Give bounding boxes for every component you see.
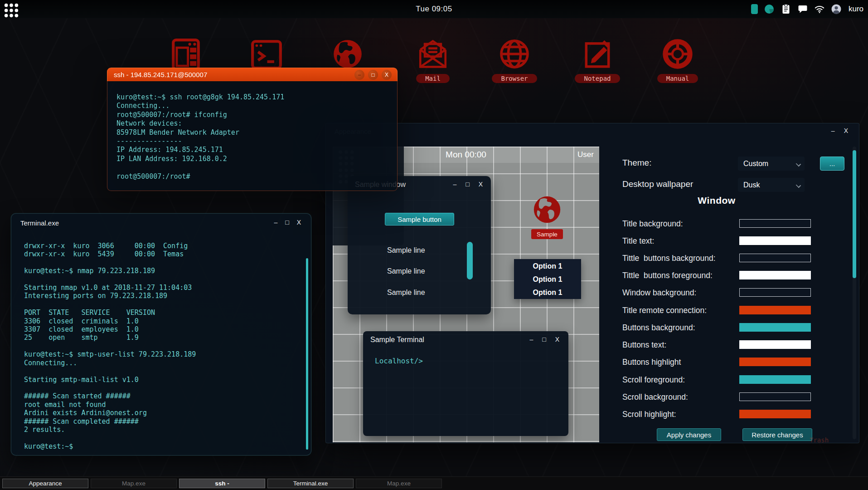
ssh-terminal-body: kuro@test:~$ ssh root@g8gk 194.85.245.17… xyxy=(107,81,398,191)
preview-sample-window: Sample window – □ X Sample button Sample… xyxy=(348,176,491,314)
mail-icon xyxy=(416,37,450,71)
lifebuoy-icon xyxy=(661,37,694,71)
option-item: Option 1 xyxy=(514,260,581,272)
setting-label: Buttons text: xyxy=(622,336,666,353)
setting-row-title-buttons-background: Tittle buttons background: xyxy=(622,250,822,267)
color-swatch[interactable] xyxy=(739,410,811,418)
sample-button: Sample button xyxy=(385,213,454,225)
setting-row-buttons-text: Buttons text: xyxy=(622,336,822,353)
appearance-window: Appearance – X Mon 00:00 User Sample Sam… xyxy=(325,123,859,443)
minimize-button[interactable]: – xyxy=(354,70,364,80)
option-item: Option 1 xyxy=(514,273,581,285)
setting-label: Tittle buttons foreground: xyxy=(622,267,713,284)
taskbar-item-map[interactable]: Map.exe xyxy=(91,479,177,488)
desktop-icon-earth[interactable] xyxy=(320,37,375,71)
taskbar-item-map-2[interactable]: Map.exe xyxy=(356,479,442,488)
desktop-icon-trash-label: Trash xyxy=(810,436,829,444)
top-bar: Tue 09:05 kuro xyxy=(0,0,868,18)
desktop-icon-map[interactable] xyxy=(159,37,213,71)
scrollbar-thumb[interactable] xyxy=(853,150,856,278)
close-button: X xyxy=(479,181,483,187)
maximize-button[interactable]: □ xyxy=(285,219,289,225)
setting-label: Scroll foreground: xyxy=(622,371,685,388)
setting-row-scroll-background: Scroll background: xyxy=(622,388,822,406)
wallpaper-dropdown[interactable]: Dusk xyxy=(738,178,805,192)
desktop-icon-label: Mail xyxy=(416,74,450,83)
chevron-down-icon xyxy=(796,183,801,188)
window-controls: – X xyxy=(831,127,848,134)
preview-sample-icon-label: Sample xyxy=(531,229,563,239)
desktop-icon-notepad[interactable]: Notepad xyxy=(570,37,625,83)
close-button[interactable]: X xyxy=(297,219,301,225)
setting-label: Title background: xyxy=(622,215,683,232)
earth-icon xyxy=(531,194,563,225)
preview-username: User xyxy=(577,150,594,159)
color-swatch[interactable] xyxy=(739,358,811,366)
theme-value: Custom xyxy=(743,160,768,168)
setting-label: Buttons highlight xyxy=(622,353,681,371)
desktop-icon-mail[interactable]: Mail xyxy=(406,37,460,83)
username: kuro xyxy=(849,5,863,14)
wifi-icon[interactable] xyxy=(814,4,825,15)
color-swatch[interactable] xyxy=(739,392,811,401)
setting-label: Buttons background: xyxy=(622,319,695,336)
setting-label: Tittle buttons background: xyxy=(622,250,716,267)
sample-terminal-prompt: Localhost/> xyxy=(375,357,423,365)
notepad-pencil-icon xyxy=(581,37,614,71)
sample-line: Sample line xyxy=(387,289,425,297)
chevron-down-icon xyxy=(796,162,801,167)
color-swatch[interactable] xyxy=(739,254,811,262)
battery-icon[interactable] xyxy=(751,4,758,14)
color-swatch[interactable] xyxy=(739,306,811,314)
theme-label: Theme: xyxy=(622,158,651,168)
color-swatch[interactable] xyxy=(739,236,811,245)
taskbar: Appearance Map.exe ssh - Terminal.exe Ma… xyxy=(0,476,868,490)
chat-icon[interactable] xyxy=(797,4,808,15)
scrollbar-thumb[interactable] xyxy=(306,258,308,450)
color-swatch[interactable] xyxy=(739,271,811,279)
minimize-button: – xyxy=(529,336,533,343)
sample-scrollbar-thumb xyxy=(467,242,473,279)
window-controls: – □ X xyxy=(274,219,301,225)
taskbar-item-ssh[interactable]: ssh - xyxy=(179,479,265,488)
terminal-window: Terminal.exe – □ X drwxr-xr-x kuro 3066 … xyxy=(11,213,311,456)
color-swatch[interactable] xyxy=(739,375,811,384)
maximize-button: □ xyxy=(466,181,469,187)
setting-row-window-background: Window background: xyxy=(622,284,822,301)
minimize-button[interactable]: – xyxy=(274,219,277,225)
desktop-icon-label: Notepad xyxy=(575,74,620,83)
apply-changes-button[interactable]: Apply changes xyxy=(657,428,721,441)
terminal-output: drwxr-xr-x kuro 3066 00:00 Config drwxr-… xyxy=(24,242,196,451)
close-button[interactable]: X xyxy=(382,70,392,80)
globe-icon xyxy=(498,37,531,71)
setting-label: Scroll background: xyxy=(622,388,688,406)
user-avatar-icon[interactable] xyxy=(831,4,842,15)
desktop-icon-terminal[interactable] xyxy=(239,37,294,71)
ssh-titlebar[interactable]: ssh - 194.85.245.171@500007 – □ X xyxy=(107,68,398,81)
color-swatch[interactable] xyxy=(739,340,811,349)
clipboard-icon[interactable] xyxy=(781,4,791,15)
taskbar-item-terminal[interactable]: Terminal.exe xyxy=(267,479,354,488)
disk-usage-icon[interactable] xyxy=(764,4,775,15)
status-tray: kuro xyxy=(751,0,863,18)
minimize-button[interactable]: – xyxy=(831,127,835,134)
theme-more-button[interactable]: ... xyxy=(820,157,844,171)
desktop-icon-browser[interactable]: Browser xyxy=(487,37,542,83)
maximize-button[interactable]: □ xyxy=(368,70,378,80)
color-swatch[interactable] xyxy=(739,288,811,297)
sample-terminal-title: Sample Terminal xyxy=(370,336,424,344)
desktop-icon-manual[interactable]: Manual xyxy=(650,37,705,83)
taskbar-item-appearance[interactable]: Appearance xyxy=(2,479,88,488)
desktop-icon-label: Manual xyxy=(657,74,698,83)
window-title: Terminal.exe xyxy=(20,219,59,227)
theme-dropdown[interactable]: Custom xyxy=(738,157,805,171)
preview-sample-terminal: Sample Terminal – □ X Localhost/> xyxy=(363,331,568,436)
color-swatch[interactable] xyxy=(739,323,811,332)
color-swatch[interactable] xyxy=(739,219,811,228)
earth-icon xyxy=(331,37,364,71)
setting-label: Window background: xyxy=(622,284,696,301)
setting-row-title-background: Title background: xyxy=(622,215,822,232)
restore-changes-button[interactable]: Restore changes xyxy=(742,428,812,441)
close-button[interactable]: X xyxy=(844,127,848,134)
setting-label: Title text: xyxy=(622,232,654,250)
